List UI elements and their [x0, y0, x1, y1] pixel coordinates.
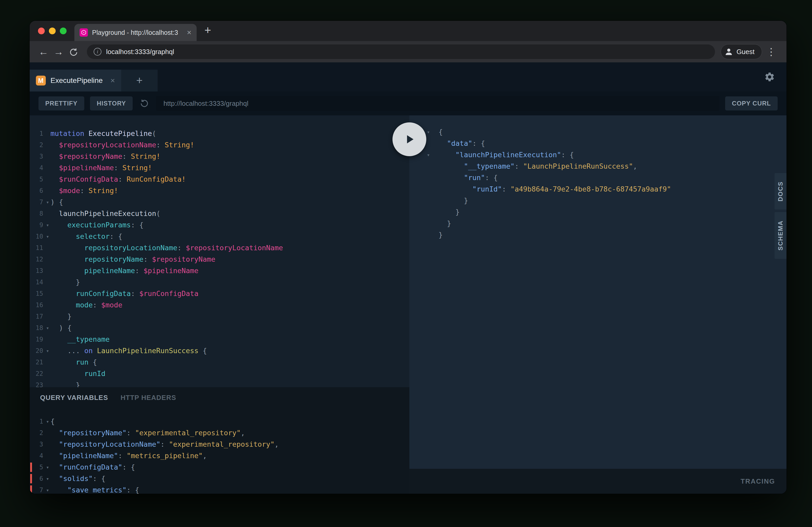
- minimize-window-button[interactable]: [49, 28, 56, 34]
- prettify-button[interactable]: PRETTIFY: [39, 96, 84, 110]
- code-line: ▾ "launchPipelineExecution": {: [409, 149, 786, 161]
- line-number: 7: [30, 484, 43, 494]
- code-line: 5 $runConfigData: RunConfigData!: [30, 174, 409, 185]
- code-line: 6▾ "solids": {: [30, 473, 409, 484]
- fold-icon[interactable]: ▾: [44, 462, 51, 473]
- zoom-window-button[interactable]: [60, 28, 67, 34]
- code-line: 16 mode: $mode: [30, 299, 409, 311]
- fold-icon[interactable]: ▾: [44, 345, 51, 357]
- code-line: 19 __typename: [30, 334, 409, 345]
- line-number: 14: [30, 276, 43, 288]
- line-number: 17: [30, 311, 43, 322]
- line-number: 21: [30, 357, 43, 368]
- line-number: 6: [30, 185, 43, 196]
- tab-query-variables[interactable]: QUERY VARIABLES: [40, 394, 108, 402]
- play-icon: [402, 132, 416, 146]
- line-number: 2: [30, 139, 43, 151]
- code-line: 18▾ ) {: [30, 322, 409, 334]
- forward-button[interactable]: →: [51, 46, 66, 57]
- browser-tab-close-icon[interactable]: ×: [187, 28, 191, 37]
- guest-profile-button[interactable]: Guest: [721, 44, 762, 59]
- code-line: 2 $repositoryLocationName: String!: [30, 139, 409, 151]
- line-number: 5: [30, 462, 43, 473]
- line-number: 3: [30, 151, 43, 162]
- query-editor[interactable]: 1mutation ExecutePipeline(2 $repositoryL…: [30, 115, 409, 387]
- reload-button[interactable]: [66, 46, 81, 57]
- code-line: 1▾{: [30, 416, 409, 427]
- schema-tab[interactable]: SCHEMA: [774, 212, 786, 259]
- code-line: 21 run {: [30, 357, 409, 368]
- fold-icon[interactable]: ▾: [44, 416, 51, 427]
- browser-tabstrip: Playground - http://localhost:3 × +: [30, 21, 786, 41]
- fold-icon[interactable]: ▾: [44, 196, 51, 208]
- session-tab-title: ExecutePipeline: [50, 76, 106, 85]
- fold-icon[interactable]: ▾: [44, 473, 51, 484]
- fold-icon[interactable]: ▾: [425, 149, 432, 161]
- traffic-lights: [30, 28, 74, 34]
- copy-curl-button[interactable]: COPY CURL: [725, 96, 778, 110]
- line-number: 11: [30, 242, 43, 254]
- response-viewer[interactable]: ▾{ "data": {▾ "launchPipelineExecution":…: [409, 115, 786, 469]
- line-number: 4: [30, 450, 43, 462]
- fold-icon[interactable]: ▾: [44, 231, 51, 242]
- code-line: 6 $mode: String!: [30, 185, 409, 196]
- graphql-favicon-icon: [79, 28, 88, 36]
- code-line: "__typename": "LaunchPipelineRunSuccess"…: [409, 161, 786, 172]
- mutation-badge: M: [36, 76, 46, 86]
- code-line: 8 launchPipelineExecution(: [30, 208, 409, 219]
- back-button[interactable]: ←: [36, 46, 51, 57]
- session-tab-close-icon[interactable]: ×: [110, 76, 115, 85]
- variables-editor[interactable]: 1▾{2 "repositoryName": "experimental_rep…: [30, 408, 409, 494]
- code-line: "data": {: [409, 138, 786, 149]
- settings-gear-icon[interactable]: [764, 72, 775, 82]
- session-tabbar: M ExecutePipeline × +: [30, 62, 786, 91]
- code-line: }: [409, 218, 786, 229]
- address-bar[interactable]: i localhost:3333/graphql: [87, 44, 715, 59]
- code-line: 17 }: [30, 311, 409, 322]
- fold-icon[interactable]: ▾: [44, 219, 51, 231]
- code-line: 11 repositoryLocationName: $repositoryLo…: [30, 242, 409, 254]
- code-line: 13 pipelineName: $pipelineName: [30, 265, 409, 276]
- line-number: 15: [30, 288, 43, 299]
- line-number: 2: [30, 427, 43, 439]
- response-footer: TRACING: [409, 469, 786, 494]
- execute-button[interactable]: [392, 122, 426, 156]
- browser-toolbar: ← → i localhost:3333/graphql Guest ⋮: [30, 41, 786, 62]
- docs-tab[interactable]: DOCS: [774, 173, 786, 209]
- guest-label: Guest: [737, 48, 755, 56]
- close-window-button[interactable]: [38, 28, 45, 34]
- code-line: 7▾) {: [30, 196, 409, 208]
- fold-icon[interactable]: ▾: [44, 322, 51, 334]
- query-pane: 1mutation ExecutePipeline(2 $repositoryL…: [30, 115, 409, 494]
- graphql-playground: M ExecutePipeline × + PRETTIFY HISTORY h…: [30, 62, 786, 494]
- browser-tab-title: Playground - http://localhost:3: [92, 29, 183, 36]
- code-line: 20▾ ... on LaunchPipelineRunSuccess {: [30, 345, 409, 357]
- new-tab-button[interactable]: +: [204, 25, 211, 37]
- site-info-icon[interactable]: i: [93, 48, 101, 56]
- code-line: 23 }: [30, 379, 409, 387]
- line-number: 3: [30, 439, 43, 450]
- browser-menu-kebab-icon[interactable]: ⋮: [762, 46, 780, 57]
- line-number: 22: [30, 368, 43, 379]
- code-line: 2 "repositoryName": "experimental_reposi…: [30, 427, 409, 439]
- tab-http-headers[interactable]: HTTP HEADERS: [121, 394, 176, 402]
- line-number: 12: [30, 254, 43, 265]
- line-number: 7: [30, 196, 43, 208]
- endpoint-input[interactable]: http://localhost:3333/graphql: [156, 96, 720, 111]
- code-line: 4 "pipelineName": "metrics_pipeline",: [30, 450, 409, 462]
- tracing-label[interactable]: TRACING: [741, 477, 775, 485]
- browser-tab[interactable]: Playground - http://localhost:3 ×: [74, 24, 197, 41]
- history-button[interactable]: HISTORY: [90, 96, 133, 110]
- line-number: 6: [30, 473, 43, 484]
- code-line: 3 "repositoryLocationName": "experimenta…: [30, 439, 409, 450]
- playground-main: 1mutation ExecutePipeline(2 $repositoryL…: [30, 115, 786, 494]
- reload-schema-icon[interactable]: [140, 99, 149, 108]
- code-line: 12 repositoryName: $repositoryName: [30, 254, 409, 265]
- browser-window: Playground - http://localhost:3 × + ← → …: [30, 21, 786, 494]
- new-session-tab-button[interactable]: +: [121, 70, 158, 91]
- code-line: "run": {: [409, 172, 786, 183]
- variables-header: QUERY VARIABLES HTTP HEADERS: [30, 387, 409, 408]
- fold-icon[interactable]: ▾: [44, 484, 51, 494]
- avatar-icon: [724, 47, 734, 56]
- session-tab-executepipeline[interactable]: M ExecutePipeline ×: [30, 70, 121, 91]
